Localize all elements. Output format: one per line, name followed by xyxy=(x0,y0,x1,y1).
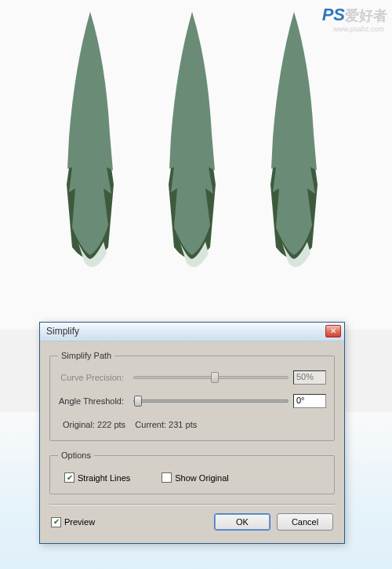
show-original-label: Show Original xyxy=(175,473,228,483)
dialog-title: Simplify xyxy=(46,326,79,337)
ok-button[interactable]: OK xyxy=(214,513,270,531)
close-button[interactable]: ✕ xyxy=(325,325,341,337)
curve-precision-row: Curve Precision: 50% xyxy=(58,370,326,385)
divider xyxy=(49,504,335,505)
slider-thumb-icon xyxy=(211,372,219,383)
preview-checkbox[interactable]: ✔ Preview xyxy=(51,517,95,527)
straight-lines-label: Straight Lines xyxy=(78,473,130,483)
checkbox-icon xyxy=(162,472,172,483)
checkbox-icon: ✔ xyxy=(51,517,61,527)
checkbox-icon: ✔ xyxy=(64,472,74,483)
dialog-titlebar[interactable]: Simplify ✕ xyxy=(40,323,344,341)
show-original-checkbox[interactable]: Show Original xyxy=(162,472,228,483)
feather-shape-1 xyxy=(39,4,141,302)
straight-lines-checkbox[interactable]: ✔ Straight Lines xyxy=(64,472,130,483)
options-legend: Options xyxy=(58,450,94,460)
angle-threshold-label: Angle Threshold: xyxy=(58,396,129,406)
options-group: Options ✔ Straight Lines Show Original xyxy=(49,450,335,494)
angle-threshold-slider[interactable] xyxy=(133,399,289,403)
simplify-dialog: Simplify ✕ Simplify Path Curve Precision… xyxy=(39,322,345,544)
artboard: PS爱好者 www.psahz.com xyxy=(0,0,392,330)
feather-shape-3 xyxy=(243,4,345,302)
simplify-path-legend: Simplify Path xyxy=(58,351,114,360)
curve-precision-value: 50% xyxy=(293,370,326,385)
dialog-footer: ✔ Preview OK Cancel xyxy=(49,510,335,534)
point-stats: Original: 222 pts Current: 231 pts xyxy=(58,420,197,429)
simplify-path-group: Simplify Path Curve Precision: 50% Angle… xyxy=(49,351,335,441)
curve-precision-label: Curve Precision: xyxy=(58,373,129,382)
slider-thumb-icon[interactable] xyxy=(134,396,142,407)
angle-threshold-value[interactable]: 0° xyxy=(293,394,326,408)
curve-precision-slider xyxy=(133,376,289,379)
dialog-body: Simplify Path Curve Precision: 50% Angle… xyxy=(40,341,344,543)
cancel-button[interactable]: Cancel xyxy=(277,513,333,531)
feather-shape-2 xyxy=(141,4,243,302)
preview-label: Preview xyxy=(64,517,95,527)
angle-threshold-row: Angle Threshold: 0° xyxy=(58,393,326,409)
